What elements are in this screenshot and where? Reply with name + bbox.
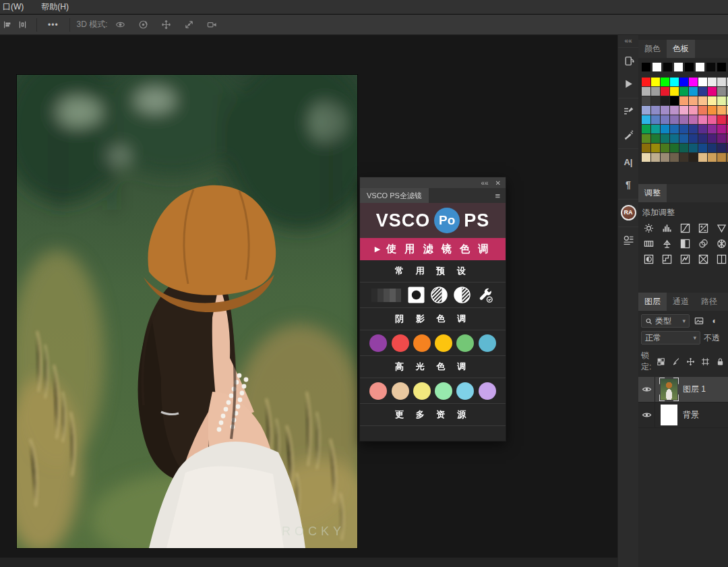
tab-路径[interactable]: 路径: [695, 293, 723, 311]
swatch[interactable]: [670, 134, 679, 143]
black-white-icon[interactable]: [678, 237, 692, 250]
layer-name[interactable]: 背景: [683, 409, 699, 421]
brightness-contrast-icon[interactable]: [642, 221, 655, 235]
swatch[interactable]: [708, 78, 717, 86]
swatch[interactable]: [679, 153, 688, 162]
layer-row[interactable]: 图层 1: [638, 377, 728, 402]
layer-thumbnail[interactable]: [661, 405, 677, 425]
posterize-icon[interactable]: [660, 252, 673, 266]
swatch[interactable]: [689, 115, 698, 124]
square-dot-icon[interactable]: [408, 287, 425, 303]
swatch[interactable]: [698, 106, 707, 115]
swatch[interactable]: [708, 115, 717, 124]
swatch[interactable]: [679, 125, 688, 133]
wrench-icon[interactable]: [477, 287, 494, 303]
swatch[interactable]: [661, 78, 669, 86]
filter-image-icon[interactable]: [693, 315, 705, 327]
swatch[interactable]: [670, 96, 679, 105]
shadow-tone-swatch[interactable]: [456, 334, 474, 352]
circle-hatch-left-icon[interactable]: [431, 287, 448, 303]
swatch[interactable]: [679, 78, 688, 86]
swatch[interactable]: [679, 144, 688, 152]
swatch[interactable]: [685, 63, 694, 71]
document-image[interactable]: ROCKY: [17, 75, 357, 548]
lock-all-icon[interactable]: [715, 355, 725, 367]
gradient-map-icon[interactable]: [696, 252, 710, 266]
swatch[interactable]: [689, 125, 698, 133]
swatch[interactable]: [717, 134, 726, 143]
pan-3d-icon[interactable]: [159, 18, 174, 32]
lock-pixels-icon[interactable]: [671, 355, 681, 367]
swatch[interactable]: [651, 87, 660, 96]
swatch[interactable]: [689, 78, 698, 86]
swatch[interactable]: [717, 63, 726, 71]
swatch[interactable]: [642, 78, 650, 86]
swatch[interactable]: [651, 96, 660, 105]
paragraph-icon[interactable]: ¶: [620, 177, 636, 193]
orbit-3d-icon[interactable]: [113, 18, 128, 32]
libraries-icon[interactable]: [620, 232, 636, 248]
color-balance-icon[interactable]: [660, 237, 673, 250]
swatch[interactable]: [670, 153, 679, 162]
menu-window[interactable]: 口(W): [3, 1, 24, 13]
swatch[interactable]: [698, 144, 707, 152]
menu-help[interactable]: 帮助(H): [41, 1, 69, 13]
layer-row[interactable]: 背景: [638, 402, 728, 428]
swatch[interactable]: [689, 106, 698, 115]
swatch[interactable]: [670, 115, 679, 124]
swatch[interactable]: [651, 134, 660, 143]
swatch[interactable]: [717, 144, 726, 152]
swatch[interactable]: [663, 63, 672, 71]
vibrance-icon[interactable]: [715, 221, 728, 235]
swatch[interactable]: [642, 87, 650, 96]
highlight-tone-swatch[interactable]: [392, 382, 409, 400]
shadow-tone-swatch[interactable]: [392, 334, 409, 352]
canvas-area[interactable]: ROCKY «« ✕ VSCO PS全滤镜 ≡ VSCO Po PS: [0, 35, 617, 567]
hue-saturation-icon[interactable]: [642, 237, 655, 250]
swatch[interactable]: [651, 115, 660, 124]
swatch[interactable]: [670, 125, 679, 133]
highlight-tone-swatch[interactable]: [413, 382, 431, 400]
swatch[interactable]: [679, 96, 688, 105]
camera-3d-icon[interactable]: [205, 18, 220, 32]
tab-图层[interactable]: 图层: [638, 293, 667, 311]
invert-icon[interactable]: [642, 252, 655, 266]
swatch[interactable]: [698, 96, 707, 105]
swatch[interactable]: [661, 87, 669, 96]
photo-filter-icon[interactable]: [696, 237, 710, 250]
layer-thumbnail[interactable]: [661, 379, 677, 400]
shadow-tone-swatch[interactable]: [413, 334, 431, 352]
selective-color-icon[interactable]: [715, 252, 728, 266]
tone-strip-icon[interactable]: [371, 289, 401, 302]
tab-色板[interactable]: 色板: [667, 40, 695, 58]
tab-颜色[interactable]: 颜色: [638, 40, 667, 58]
swatch[interactable]: [689, 134, 698, 143]
swatch[interactable]: [670, 87, 679, 96]
threshold-icon[interactable]: [678, 252, 692, 266]
swatch[interactable]: [674, 63, 683, 71]
swatch[interactable]: [717, 125, 726, 133]
swatch[interactable]: [717, 115, 726, 124]
swatch[interactable]: [689, 144, 698, 152]
swatch[interactable]: [651, 144, 660, 152]
swatch[interactable]: [661, 125, 669, 133]
brush-settings-icon[interactable]: [620, 103, 636, 119]
swatch[interactable]: [651, 78, 660, 86]
swatch[interactable]: [642, 134, 650, 143]
layer-filter-select[interactable]: 类型 ▾: [641, 314, 690, 328]
distribute-icon[interactable]: [15, 18, 30, 32]
swatch[interactable]: [642, 115, 650, 124]
swatch[interactable]: [642, 96, 650, 105]
swatch[interactable]: [708, 153, 717, 162]
swatch[interactable]: [661, 134, 669, 143]
swatch[interactable]: [642, 153, 650, 162]
swatch[interactable]: [698, 153, 707, 162]
highlight-tone-swatch[interactable]: [456, 382, 474, 400]
swatch[interactable]: [661, 96, 669, 105]
tab-adjustments[interactable]: 调整: [638, 184, 667, 202]
swatch[interactable]: [651, 125, 660, 133]
blend-mode-select[interactable]: 正常 ▾: [641, 331, 700, 345]
channel-mixer-icon[interactable]: [715, 237, 728, 250]
history-icon[interactable]: [620, 53, 636, 69]
shadow-tone-swatch[interactable]: [479, 334, 496, 352]
